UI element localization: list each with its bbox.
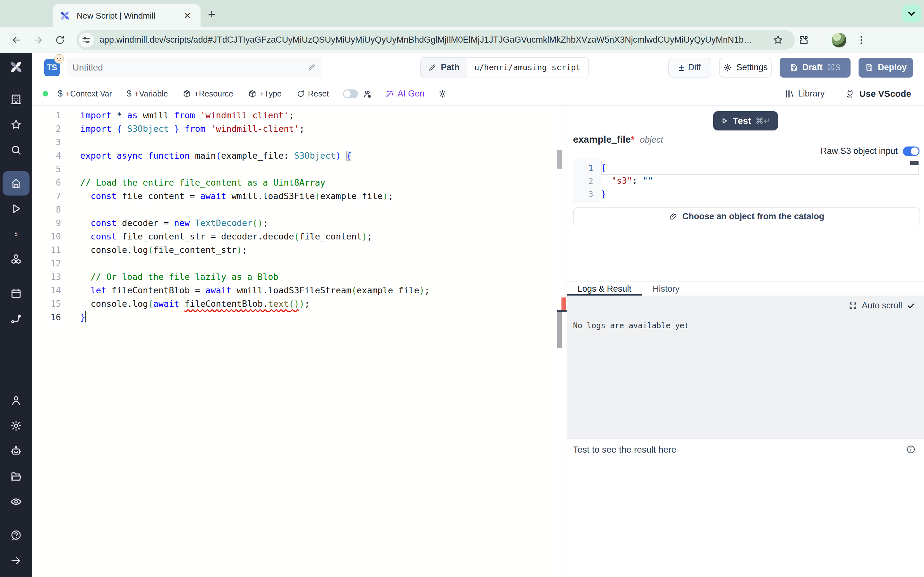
- code-line[interactable]: 10 const file_content_str = decoder.deco…: [32, 230, 557, 243]
- scrollbar-thumb[interactable]: [557, 312, 562, 348]
- code-token: await: [200, 191, 226, 201]
- use-vscode-button[interactable]: Use VScode: [845, 89, 911, 99]
- library-button[interactable]: Library: [785, 89, 825, 99]
- code-line[interactable]: 2 "s3": "": [573, 174, 920, 187]
- settings-button[interactable]: Settings: [719, 58, 772, 77]
- autoscroll-control[interactable]: Auto scroll: [849, 301, 915, 311]
- code-line[interactable]: 12: [32, 257, 557, 270]
- code-line[interactable]: 16}: [32, 311, 557, 324]
- raw-s3-toggle[interactable]: [903, 147, 919, 156]
- code-line[interactable]: 8: [32, 203, 557, 216]
- sidebar-item-cubes[interactable]: [3, 247, 29, 271]
- code-token: (: [148, 299, 153, 309]
- ai-gen-button[interactable]: AI Gen: [385, 89, 425, 99]
- gear-icon: [10, 420, 22, 432]
- tab-close-icon[interactable]: ✕: [180, 9, 194, 22]
- code-line[interactable]: 4export async function main(example_file…: [32, 149, 557, 163]
- sidebar-item-route[interactable]: [3, 307, 29, 331]
- edit-pencil-icon[interactable]: [307, 63, 316, 72]
- bookmark-star-icon[interactable]: [772, 35, 783, 45]
- code-line[interactable]: 14 let fileContentBlob = await wmill.loa…: [32, 284, 557, 297]
- tab-search-button[interactable]: [902, 5, 921, 23]
- windmill-logo[interactable]: [9, 60, 23, 74]
- tab-logs-result[interactable]: Logs & Result: [567, 282, 642, 296]
- editor-settings-gear-icon[interactable]: [438, 89, 447, 98]
- sidebar-item-eye[interactable]: [3, 490, 29, 514]
- scrollbar-thumb[interactable]: [557, 150, 562, 169]
- code-line[interactable]: 11 console.log(file_content_str);: [32, 243, 557, 257]
- code-line[interactable]: 9 const decoder = new TextDecoder();: [32, 216, 557, 230]
- script-title-input[interactable]: Untitled: [67, 58, 321, 77]
- toolbar-variable-button[interactable]: $+Variable: [127, 89, 168, 99]
- address-bar[interactable]: app.windmill.dev/scripts/add#JTdCJTIyaGF…: [76, 30, 795, 50]
- sidebar-item-play[interactable]: [3, 197, 29, 221]
- code-token: [143, 151, 148, 161]
- sidebar-item-calendar[interactable]: [3, 282, 29, 306]
- url-text[interactable]: app.windmill.dev/scripts/add#JTdCJTIyaGF…: [99, 35, 752, 45]
- test-button[interactable]: Test ⌘↵: [713, 111, 778, 131]
- line-number: 2: [32, 122, 61, 135]
- code-line[interactable]: 3: [32, 135, 557, 149]
- toolbar-reset-button[interactable]: Reset: [296, 89, 329, 98]
- diff-button[interactable]: ± Diff: [668, 58, 711, 77]
- refresh-icon: [296, 89, 305, 98]
- sidebar-item-building[interactable]: [3, 87, 29, 111]
- extensions-icon[interactable]: [798, 35, 809, 45]
- code-line[interactable]: 3}: [573, 187, 920, 200]
- path-button[interactable]: Path u/henri/amusing_script: [420, 57, 589, 78]
- code-token: ;: [242, 245, 247, 255]
- site-info-icon[interactable]: [79, 33, 94, 47]
- multiplayer-toggle[interactable]: [343, 89, 358, 98]
- code-token: [169, 124, 174, 134]
- browser-profile-avatar[interactable]: [832, 33, 846, 47]
- browser-menu-icon[interactable]: [856, 35, 867, 45]
- line-number: 16: [32, 311, 61, 324]
- code-token: {: [117, 124, 122, 134]
- deploy-label: Deploy: [878, 63, 907, 73]
- sidebar-item-gear[interactable]: [3, 414, 29, 438]
- line-number: 2: [573, 174, 593, 187]
- sidebar-item-star[interactable]: [3, 113, 29, 137]
- toolbar-type-button[interactable]: +Type: [248, 89, 282, 98]
- sidebar-item-dollar[interactable]: $: [3, 222, 29, 246]
- code-line[interactable]: 13 // Or load the file lazily as a Blob: [32, 270, 557, 284]
- overview-ruler[interactable]: [557, 106, 567, 577]
- browser-tab[interactable]: New Script | Windmill ✕: [53, 4, 200, 27]
- code-line[interactable]: 1import * as wmill from 'windmill-client…: [32, 109, 557, 122]
- sidebar-item-person[interactable]: [3, 388, 29, 413]
- info-icon[interactable]: [906, 445, 916, 454]
- forward-button[interactable]: [33, 35, 44, 45]
- sidebar-item-home[interactable]: [3, 171, 29, 195]
- reload-button[interactable]: [55, 35, 65, 45]
- code-token: (: [289, 299, 294, 309]
- json-scrollbar-thumb[interactable]: [910, 161, 919, 165]
- autoscroll-label: Auto scroll: [862, 301, 902, 311]
- back-button[interactable]: [11, 35, 22, 45]
- sidebar-item-help[interactable]: [3, 523, 29, 548]
- toolbar-contextvar-button[interactable]: $+Context Var: [58, 89, 112, 99]
- json-arg-editor[interactable]: 1{2 "s3": ""3}: [573, 159, 920, 203]
- code-token: decoder =: [117, 218, 174, 228]
- expand-icon[interactable]: [849, 301, 857, 310]
- code-line[interactable]: 2import { S3Object } from 'windmill-clie…: [32, 122, 557, 135]
- code-token: (: [351, 285, 357, 295]
- tab-history[interactable]: History: [642, 282, 690, 296]
- eye-icon: [10, 496, 22, 508]
- code-editor[interactable]: 1import * as wmill from 'windmill-client…: [32, 106, 567, 577]
- code-line[interactable]: 5: [32, 163, 557, 176]
- choose-object-button[interactable]: Choose an object from the catalog: [573, 207, 920, 226]
- deploy-button[interactable]: Deploy: [859, 58, 913, 77]
- sidebar-item-arrow-right[interactable]: [3, 548, 29, 573]
- sidebar-item-folder-open[interactable]: [3, 464, 29, 488]
- new-tab-button[interactable]: +: [208, 7, 215, 21]
- toolbar-resource-button[interactable]: +Resource: [183, 89, 233, 98]
- sidebar-item-robot[interactable]: [3, 439, 29, 463]
- code-line[interactable]: 7 const file_content = await wmill.loadS…: [32, 189, 557, 203]
- draft-button[interactable]: Draft ⌘S: [780, 58, 851, 77]
- dollar-icon: $: [15, 231, 18, 237]
- code-line[interactable]: 1{: [573, 161, 920, 174]
- code-token: file_content_str = decoder.decode: [117, 231, 294, 242]
- sidebar-item-search[interactable]: [3, 138, 29, 162]
- code-line[interactable]: 6// Load the entire file_content as a Ui…: [32, 176, 557, 189]
- code-line[interactable]: 15 console.log(await fileContentBlob.tex…: [32, 297, 557, 311]
